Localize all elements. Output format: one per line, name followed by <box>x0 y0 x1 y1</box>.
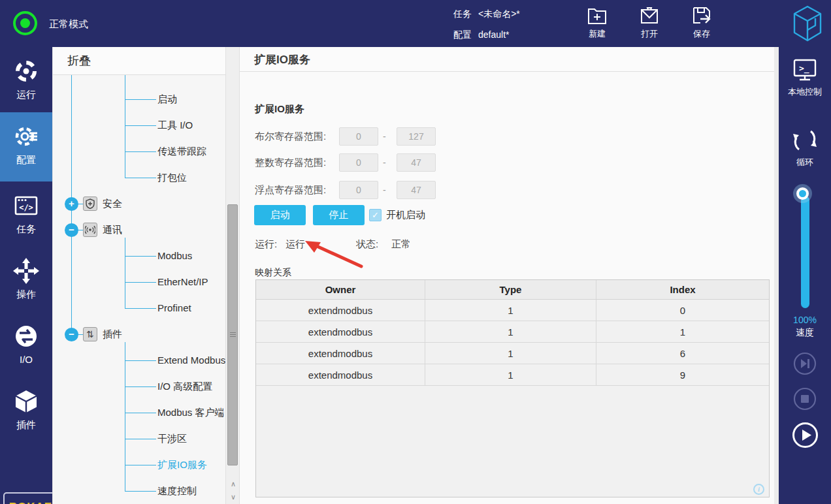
scroll-down-button[interactable]: ∨ <box>226 491 240 503</box>
mapping-table-header: Owner Type Index <box>256 280 769 300</box>
nav-item-task[interactable]: </> 任务 <box>0 181 52 247</box>
column-header-type: Type <box>425 280 596 299</box>
cell-owner: extendmodbus <box>256 321 425 342</box>
table-row[interactable]: extendmodbus 1 9 <box>256 364 769 386</box>
task-config-info: 任务<未命名>* 配置default* <box>453 5 520 46</box>
int-range-to-input[interactable]: 47 <box>397 153 436 172</box>
shield-icon <box>83 197 97 211</box>
left-nav-rail: 运行 配置 </> 任务 操作 I/O <box>0 47 52 504</box>
tree-item-modbus[interactable]: Modbus <box>157 243 192 269</box>
tree-item-modbus-client[interactable]: Modbus 客户端 <box>157 400 225 426</box>
nav-item-config-label: 配置 <box>0 154 52 166</box>
tree-expander-comm[interactable]: − <box>65 223 78 237</box>
run-icon <box>0 57 52 85</box>
config-tree-panel: 折叠 + <box>52 47 225 504</box>
float-range-from-input[interactable]: 0 <box>339 181 378 199</box>
scrollbar-thumb[interactable] <box>227 204 238 465</box>
tree-item-profinet[interactable]: Profinet <box>157 295 191 321</box>
tree-scrollbar[interactable]: ∧ ∨ <box>225 47 240 504</box>
tree-item-extend-io-service[interactable]: 扩展IO服务 <box>157 452 207 478</box>
mapping-section-title: 映射关系 <box>255 267 291 279</box>
app-logo-icon <box>790 4 824 46</box>
tree-item-plugin[interactable]: 插件 <box>103 321 122 347</box>
bool-range-to-input[interactable]: 127 <box>397 127 436 146</box>
scroll-up-button[interactable]: ∧ <box>226 478 240 490</box>
int-range-from-input[interactable]: 0 <box>339 153 378 172</box>
nav-item-io[interactable]: I/O <box>0 312 52 377</box>
tree-item-speed-control[interactable]: 速度控制 <box>157 478 197 504</box>
run-state-label: 运行: <box>255 238 277 251</box>
top-bar: 正常模式 任务<未命名>* 配置default* 新建 打开 保存 <box>0 0 831 47</box>
app-window: 正常模式 任务<未命名>* 配置default* 新建 打开 保存 <box>0 0 831 504</box>
tree-collapse-header[interactable]: 折叠 <box>53 47 226 75</box>
gear-icon <box>0 123 52 150</box>
table-row[interactable]: extendmodbus 1 1 <box>256 321 769 343</box>
table-row[interactable]: extendmodbus 1 6 <box>256 343 769 364</box>
bool-range-from-input[interactable]: 0 <box>339 127 378 146</box>
tree-expander-plugin[interactable]: − <box>65 328 78 341</box>
tree-item-tool-io[interactable]: 工具 I/O <box>157 112 193 138</box>
autostart-checkbox[interactable]: ✓ <box>369 209 382 221</box>
tree-line <box>125 465 156 465</box>
speed-slider-track[interactable] <box>801 196 809 308</box>
tree-item-interference[interactable]: 干涉区 <box>157 426 187 452</box>
tree-line <box>125 413 156 413</box>
nav-item-io-label: I/O <box>0 354 52 365</box>
svg-text:</>: </> <box>19 203 33 212</box>
speed-label: 速度 <box>779 327 831 339</box>
cell-owner: extendmodbus <box>256 300 425 321</box>
range-dash: - <box>383 181 386 199</box>
tree-item-ethernet-ip[interactable]: EtherNet/IP <box>157 269 208 295</box>
code-window-icon: </> <box>0 192 52 219</box>
io-exchange-icon <box>0 323 52 350</box>
save-button[interactable]: 保存 <box>681 5 723 40</box>
tree-line <box>125 75 125 178</box>
tree-item-safety[interactable]: 安全 <box>103 191 122 217</box>
tree-expander-safety[interactable]: + <box>65 197 78 211</box>
open-button[interactable]: 打开 <box>628 5 670 40</box>
tree-item-extend-modbus[interactable]: Extend Modbus <box>157 347 225 373</box>
task-label: 任务 <box>453 5 478 23</box>
local-control-button[interactable]: >_ 本地控制 <box>779 57 831 98</box>
stop-service-button[interactable]: 停止 <box>313 205 365 225</box>
cell-type: 1 <box>425 364 596 385</box>
cell-type: 1 <box>425 300 596 321</box>
play-program-button[interactable] <box>792 422 819 449</box>
terminal-icon: >_ <box>779 57 831 84</box>
new-button[interactable]: 新建 <box>576 5 618 40</box>
right-control-rail: >_ 本地控制 循环 100% 速度 <box>779 47 831 504</box>
float-register-range-label: 浮点寄存器范围: <box>255 181 337 199</box>
speed-slider-thumb[interactable] <box>796 187 809 200</box>
nav-item-operate[interactable]: 操作 <box>0 247 52 312</box>
stop-program-button[interactable] <box>793 387 817 411</box>
tree-item-startup[interactable]: 启动 <box>157 86 177 112</box>
autostart-label: 开机启动 <box>386 208 425 221</box>
tree-line <box>125 238 125 308</box>
nav-item-run[interactable]: 运行 <box>0 47 52 112</box>
mode-label: 正常模式 <box>49 18 88 31</box>
health-status-value: 正常 <box>391 238 411 251</box>
config-value: default* <box>478 29 509 40</box>
scrollbar-grip-icon <box>230 332 236 338</box>
tree-item-packing[interactable]: 打包位 <box>157 165 187 191</box>
float-range-to-input[interactable]: 47 <box>397 181 436 199</box>
step-forward-button[interactable] <box>793 352 817 375</box>
speed-percent-value: 100% <box>779 315 831 325</box>
task-value: <未命名>* <box>478 8 520 19</box>
tree-line <box>125 491 156 492</box>
nav-item-config[interactable]: 配置 <box>0 112 52 181</box>
cell-owner: extendmodbus <box>256 364 425 385</box>
section-title: 扩展IO服务 <box>255 103 304 116</box>
tree-line <box>125 342 125 491</box>
nav-item-plugin[interactable]: 插件 <box>0 377 52 443</box>
info-icon[interactable]: i <box>753 484 764 495</box>
tree-item-conveyor[interactable]: 传送带跟踪 <box>157 138 206 165</box>
start-service-button[interactable]: 启动 <box>254 205 306 225</box>
table-row[interactable]: extendmodbus 1 0 <box>256 300 769 321</box>
loop-mode-button[interactable]: 循环 <box>779 127 831 168</box>
open-file-icon <box>628 5 670 26</box>
tree-item-io-advanced[interactable]: I/O 高级配置 <box>157 373 212 400</box>
new-file-icon <box>576 5 618 26</box>
cell-owner: extendmodbus <box>256 343 425 364</box>
tree-item-communication[interactable]: 通讯 <box>103 217 122 243</box>
